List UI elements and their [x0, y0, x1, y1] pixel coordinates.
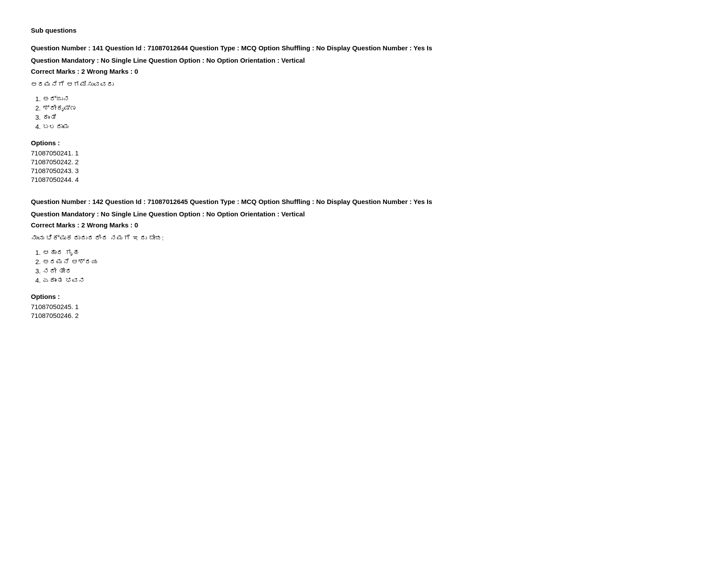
question-141-options-label: Options :: [31, 139, 697, 147]
question-block-142: Question Number : 142 Question Id : 7108…: [31, 196, 697, 319]
list-item: 71087050241. 1: [31, 149, 697, 157]
list-item: 3. ನದೀ ತೀರ: [35, 267, 697, 275]
list-item: 2. ಶ್ರೀಕೃಷ್ಣ: [35, 104, 697, 112]
list-item: 3. ಕುಂತಿ: [35, 113, 697, 121]
list-item: 71087050244. 4: [31, 176, 697, 183]
question-142-text: ನಾವು ಭಿಕ್ಷುಕರಾದುದರಿಂದ ನಮಗೆ ಇದು ಬೇಡ:: [31, 234, 697, 242]
list-item: 71087050242. 2: [31, 158, 697, 166]
list-item: 4. ಬಲರಾಮ: [35, 123, 697, 130]
list-item: 71087050243. 3: [31, 167, 697, 174]
list-item: 4. ಏಕಾಂತ ಭವನ: [35, 276, 697, 284]
question-141-meta-line1: Question Number : 141 Question Id : 7108…: [31, 43, 697, 53]
question-142-answer-options: 1. ಆಹಾರ ಗೃಹ 2. ಅರಮನೆ ಆಶ್ರಯ 3. ನದೀ ತೀರ 4.…: [31, 249, 697, 284]
question-142-marks: Correct Marks : 2 Wrong Marks : 0: [31, 221, 697, 229]
question-142-option-values: 71087050245. 1 71087050246. 2: [31, 303, 697, 319]
question-142-meta-line1: Question Number : 142 Question Id : 7108…: [31, 196, 697, 207]
question-142-options-label: Options :: [31, 293, 697, 300]
question-141-marks: Correct Marks : 2 Wrong Marks : 0: [31, 68, 697, 75]
list-item: 1. ಆಹಾರ ಗೃಹ: [35, 249, 697, 256]
question-141-answer-options: 1. ಅರ್ಜುನ 2. ಶ್ರೀಕೃಷ್ಣ 3. ಕುಂತಿ 4. ಬಲರಾಮ: [31, 95, 697, 130]
list-item: 1. ಅರ್ಜುನ: [35, 95, 697, 102]
section-title: Sub questions: [31, 26, 697, 34]
question-142-meta-line2: Question Mandatory : No Single Line Ques…: [31, 209, 697, 219]
question-141-text: ಅರಮನೆಗೆ ಆಗಮಿಸುವವರು: [31, 80, 697, 88]
question-141-meta-line2: Question Mandatory : No Single Line Ques…: [31, 55, 697, 66]
list-item: 71087050245. 1: [31, 303, 697, 310]
list-item: 2. ಅರಮನೆ ಆಶ್ರಯ: [35, 258, 697, 265]
list-item: 71087050246. 2: [31, 312, 697, 319]
question-block-141: Question Number : 141 Question Id : 7108…: [31, 43, 697, 183]
question-141-option-values: 71087050241. 1 71087050242. 2 7108705024…: [31, 149, 697, 183]
